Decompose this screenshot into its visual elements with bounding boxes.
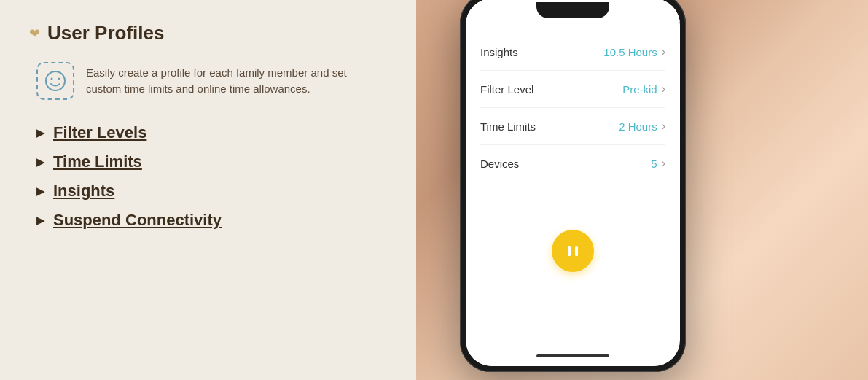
filter-level-value: Pre-kid [622,83,657,96]
devices-label: Devices [480,158,519,170]
phone-mockup: Insights 10.5 Hours › Filter Level Pre-k… [460,0,693,380]
pause-button-area [480,182,665,334]
nav-arrow-icon: ▶ [36,185,44,197]
nav-arrow-icon: ▶ [36,156,44,168]
phone-notch [536,2,609,18]
phone-outer: Insights 10.5 Hours › Filter Level Pre-k… [460,0,686,372]
phone-home-bar [466,346,680,366]
section-title: User Profiles [47,22,164,44]
time-limits-chevron-icon: › [662,120,665,133]
profile-description-block: Easily create a profile for each family … [29,62,423,100]
phone-screen: Insights 10.5 Hours › Filter Level Pre-k… [466,0,680,366]
right-panel: Insights 10.5 Hours › Filter Level Pre-k… [416,0,868,380]
time-limits-link[interactable]: Time Limits [53,152,142,171]
nav-arrow-icon: ▶ [36,214,44,226]
nav-item-insights[interactable]: ▶ Insights [36,182,423,201]
insights-link[interactable]: Insights [53,182,114,201]
filter-level-value-wrap: Pre-kid › [622,82,665,96]
insights-chevron-icon: › [662,45,665,58]
devices-row[interactable]: Devices 5 › [480,145,665,182]
devices-value: 5 [651,158,657,170]
svg-point-2 [58,78,60,80]
home-indicator [536,354,609,357]
time-limits-value: 2 Hours [619,120,657,133]
svg-point-1 [51,78,53,80]
phone-content: Insights 10.5 Hours › Filter Level Pre-k… [466,22,680,346]
heart-icon: ❤ [29,26,40,42]
time-limits-label: Time Limits [480,120,536,133]
svg-rect-4 [575,246,578,256]
nav-list: ▶ Filter Levels ▶ Time Limits ▶ Insights… [29,123,423,230]
nav-item-suspend-connectivity[interactable]: ▶ Suspend Connectivity [36,211,423,230]
pause-button[interactable] [552,230,594,272]
filter-level-label: Filter Level [480,83,533,96]
insights-label: Insights [480,46,518,58]
insights-value: 10.5 Hours [603,46,657,58]
phone-notch-area [466,0,680,22]
filter-level-chevron-icon: › [662,82,665,96]
nav-arrow-icon: ▶ [36,127,44,139]
profile-description-text: Easily create a profile for each family … [86,65,348,98]
time-limits-row[interactable]: Time Limits 2 Hours › [480,108,665,145]
left-panel: ❤ User Profiles Easily create a profile … [0,0,452,380]
filter-level-row[interactable]: Filter Level Pre-kid › [480,71,665,108]
time-limits-value-wrap: 2 Hours › [619,120,665,133]
filter-levels-link[interactable]: Filter Levels [53,123,146,142]
devices-chevron-icon: › [662,157,665,170]
nav-item-filter-levels[interactable]: ▶ Filter Levels [36,123,423,142]
insights-value-wrap: 10.5 Hours › [603,45,665,58]
smiley-icon [36,62,74,100]
insights-row[interactable]: Insights 10.5 Hours › [480,34,665,71]
devices-value-wrap: 5 › [651,157,665,170]
suspend-connectivity-link[interactable]: Suspend Connectivity [53,211,222,230]
svg-point-0 [46,71,65,90]
section-header: ❤ User Profiles [29,22,423,44]
svg-rect-3 [568,246,571,256]
nav-item-time-limits[interactable]: ▶ Time Limits [36,152,423,171]
